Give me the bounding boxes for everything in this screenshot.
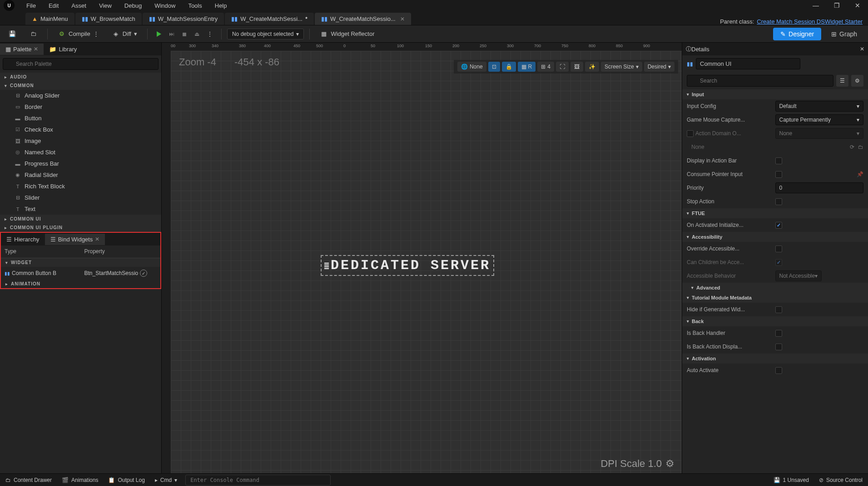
graph-mode-button[interactable]: ⊞ Graph [824, 28, 864, 40]
menu-debug[interactable]: Debug [118, 1, 148, 10]
category-activation[interactable]: Activation [682, 353, 868, 363]
effects-button[interactable]: ✨ [585, 62, 599, 72]
eject-button[interactable]: ⏏ [191, 28, 203, 40]
palette-item-progress-bar[interactable]: ▬Progress Bar [0, 158, 161, 169]
content-drawer-button[interactable]: 🗀 Content Drawer [4, 476, 54, 484]
bind-widgets-tab[interactable]: ☰ Bind Widgets ✕ [45, 234, 105, 245]
category-advanced[interactable]: Advanced [682, 283, 868, 293]
palette-item-analog-slider[interactable]: ⊟Analog Slider [0, 90, 161, 101]
browse-button[interactable]: 🗀 [25, 27, 42, 41]
selected-widget-input[interactable] [696, 58, 800, 69]
behavior-select[interactable]: Not Accessible▾ [775, 270, 822, 281]
viewport-canvas[interactable]: Zoom -4 -454 x -86 🌐 None ⊡ 🔒 ▦ R ⊞ [171, 51, 682, 473]
auto-activate-checkbox[interactable] [775, 367, 782, 374]
parent-class-link[interactable]: Create Match Session DSWidget Starter [757, 18, 863, 25]
palette-item-image[interactable]: 🖼Image [0, 135, 161, 147]
cmd-select[interactable]: ▸ Cmd ▾ [153, 476, 179, 484]
display-checkbox[interactable] [775, 157, 782, 164]
grid-snap-button[interactable]: ⊞ 4 [537, 62, 554, 72]
menu-help[interactable]: Help [208, 1, 233, 10]
palette-item-button[interactable]: ▬Button [0, 113, 161, 124]
play-button[interactable] [153, 28, 165, 40]
details-list-view[interactable]: ☰ [836, 75, 848, 87]
category-common[interactable]: COMMON [0, 81, 161, 90]
tab-browsematch[interactable]: ▮▮ W_BrowseMatch [75, 13, 142, 25]
palette-item-border[interactable]: ▭Border [0, 101, 161, 113]
menu-edit[interactable]: Edit [42, 1, 65, 10]
palette-tab[interactable]: ▦ Palette ✕ [0, 44, 44, 55]
localization-button[interactable]: 🌐 None [457, 62, 486, 72]
resize-handle[interactable] [324, 262, 329, 269]
back-display-checkbox[interactable] [775, 344, 782, 350]
palette-list[interactable]: ⊟Analog Slider ▭Border ▬Button ☑Check Bo… [0, 90, 161, 215]
bind-row[interactable]: ▮▮ Common Button B Btn_StartMatchSessio … [1, 267, 160, 280]
designer-mode-button[interactable]: ✎ Designer [773, 28, 821, 40]
menu-view[interactable]: View [93, 1, 118, 10]
close-icon[interactable]: ✕ [860, 46, 864, 52]
output-log-button[interactable]: 📋 Output Log [106, 476, 146, 484]
category-accessibility[interactable]: Accessibility [682, 232, 868, 242]
fill-select[interactable]: Desired ▾ [644, 62, 675, 72]
close-button[interactable]: ✕ [847, 0, 868, 11]
ftue-init-checkbox[interactable] [775, 222, 782, 229]
tab-creatematchsession-dirty[interactable]: ▮▮ W_CreateMatchSessi... * [225, 13, 314, 25]
palette-item-named-slot[interactable]: ◎Named Slot [0, 147, 161, 158]
back-handler-checkbox[interactable] [775, 330, 782, 337]
gear-icon[interactable]: ⚙ [665, 458, 675, 470]
step-button[interactable]: ⏭ [166, 28, 178, 40]
category-back[interactable]: Back [682, 316, 868, 326]
menu-asset[interactable]: Asset [65, 1, 93, 10]
category-input[interactable]: Input [682, 89, 868, 99]
category-common-ui-plugin[interactable]: COMMON UI PLUGIN [0, 223, 161, 232]
screen-size-select[interactable]: Screen Size ▾ [601, 62, 642, 72]
bind-category-animation[interactable]: ANIMATION [1, 280, 160, 288]
close-icon[interactable]: ✕ [400, 16, 405, 22]
hide-checkbox[interactable] [775, 306, 782, 313]
compile-button[interactable]: ⚙ Compile ⋮ [53, 27, 104, 41]
close-icon[interactable]: ✕ [95, 236, 99, 242]
outline-button[interactable]: ⊡ [488, 62, 500, 72]
action-domain-checkbox[interactable] [687, 130, 694, 137]
maximize-button[interactable]: ❐ [826, 0, 847, 11]
menu-tools[interactable]: Tools [182, 1, 208, 10]
stop-button[interactable]: ◼ [179, 28, 190, 40]
image-button[interactable]: 🖼 [570, 62, 583, 72]
hierarchy-tab[interactable]: ☰ Hierarchy [1, 234, 45, 245]
category-common-ui[interactable]: COMMON UI [0, 215, 161, 223]
palette-item-text[interactable]: TText [0, 203, 161, 215]
close-icon[interactable]: ✕ [34, 46, 38, 52]
widget-preview-selected[interactable]: DEDICATED SERVER [321, 255, 494, 276]
palette-item-rich-text[interactable]: TRich Text Block [0, 181, 161, 192]
console-command-input[interactable] [185, 475, 331, 486]
widget-reflector-button[interactable]: ▦ Widget Reflector [315, 27, 379, 41]
minimize-button[interactable]: — [805, 0, 826, 11]
folder-icon[interactable]: 🗀 [858, 144, 863, 150]
palette-search-input[interactable] [3, 58, 159, 70]
unsaved-button[interactable]: 💾 1 Unsaved [772, 476, 811, 484]
details-settings[interactable]: ⚙ [851, 75, 863, 87]
menu-file[interactable]: File [20, 1, 42, 10]
menu-window[interactable]: Window [148, 1, 182, 10]
source-control-button[interactable]: ⊘ Source Control [817, 476, 864, 484]
pin-icon[interactable]: 📌 [857, 171, 863, 177]
save-button[interactable]: 💾 [4, 27, 21, 41]
tab-mainmenu[interactable]: ▲ MainMenu [25, 13, 74, 25]
diff-button[interactable]: ◈ Diff ▾ [107, 27, 142, 41]
category-ftue[interactable]: FTUE [682, 208, 868, 218]
library-tab[interactable]: 📁 Library [44, 44, 82, 55]
tab-creatematchsession-active[interactable]: ▮▮ W_CreateMatchSessio... ✕ [315, 13, 411, 25]
play-options[interactable]: ⋮ [204, 28, 216, 40]
respect-button[interactable]: ▦ R [518, 62, 536, 72]
input-config-select[interactable]: Default▾ [775, 101, 864, 112]
priority-input[interactable] [775, 182, 864, 193]
stop-checkbox[interactable] [775, 198, 782, 205]
category-audio[interactable]: AUDIO [0, 73, 161, 81]
category-tutorial[interactable]: Tutorial Module Metadata [682, 293, 868, 303]
override-checkbox[interactable] [775, 245, 782, 252]
animations-button[interactable]: 🎬 Animations [60, 476, 100, 484]
palette-item-radial-slider[interactable]: ◉Radial Slider [0, 169, 161, 181]
lock-button[interactable]: 🔒 [502, 62, 516, 72]
details-search-input[interactable] [687, 75, 833, 87]
bind-category-widget[interactable]: WIDGET [1, 258, 160, 267]
zoom-fit-button[interactable]: ⛶ [556, 62, 569, 72]
